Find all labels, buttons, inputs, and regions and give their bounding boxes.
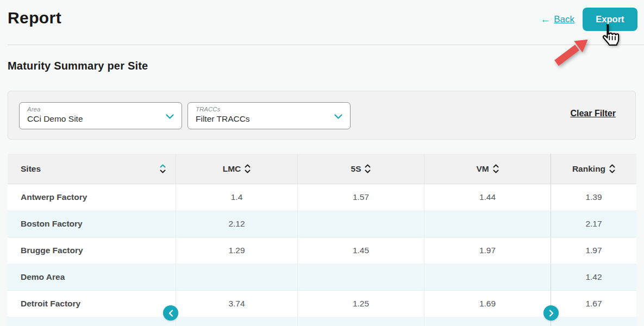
back-arrow-icon: ←: [540, 14, 551, 24]
clear-filter-link[interactable]: Clear Filter: [570, 109, 616, 118]
site-name: Demo Area: [8, 264, 176, 290]
scroll-right-button[interactable]: [543, 305, 559, 321]
cell-value: 1.42: [551, 264, 636, 290]
chevron-down-icon: [334, 114, 342, 119]
chevron-right-icon: [549, 310, 554, 317]
column-header-sites[interactable]: Sites: [8, 154, 176, 184]
table-row: Brugge Factory1.291.451.971.97: [8, 237, 636, 264]
site-name: F: [8, 317, 176, 326]
column-label: Ranking: [572, 164, 605, 174]
cell-value: [424, 317, 551, 326]
site-name: Boston Factory: [8, 211, 176, 237]
cell-value: [551, 317, 636, 326]
traccs-dropdown-value: Filter TRACCs: [196, 114, 342, 124]
chevron-down-icon: [166, 114, 174, 119]
sort-icon: [245, 164, 251, 173]
cell-value: [298, 317, 424, 326]
back-label: Back: [554, 14, 574, 25]
table-header: Sites LMC 5S VM Ranking: [8, 154, 636, 184]
maturity-table: Sites LMC 5S VM Ranking Antwerp Factory1…: [8, 154, 636, 326]
cell-value: 1.4: [176, 184, 298, 210]
column-label: VM: [476, 164, 489, 174]
column-header-5s[interactable]: 5S: [298, 154, 424, 184]
cell-value: 1.25: [298, 291, 424, 317]
table-row: Detroit Factory3.741.251.691.67: [8, 291, 636, 317]
cell-value: 3.74: [176, 291, 298, 317]
table-row: Antwerp Factory1.41.571.441.39: [8, 184, 636, 211]
traccs-dropdown-label: TRACCs: [196, 106, 342, 114]
sort-icon: [493, 164, 499, 173]
column-label: 5S: [351, 164, 361, 174]
area-dropdown-value: CCi Demo Site: [27, 114, 174, 124]
page-title: Report: [8, 9, 61, 27]
table-row: Demo Area1.42: [8, 264, 636, 291]
site-name: Detroit Factory: [8, 291, 176, 317]
site-name: Brugge Factory: [8, 237, 176, 264]
cell-value: 2.17: [551, 211, 636, 237]
section-title: Maturity Summary per Site: [8, 60, 148, 72]
cell-value: 1.97: [424, 237, 551, 264]
column-label: Sites: [21, 164, 41, 174]
chevron-left-icon: [168, 310, 173, 317]
header-actions: ← Back Export: [540, 8, 637, 31]
report-page: Report ← Back Export Maturity Summary pe…: [0, 0, 644, 326]
sort-icon: [365, 164, 371, 173]
cell-value: 1.39: [551, 184, 636, 210]
cell-value: 1.67: [551, 291, 636, 317]
cell-value: 1.45: [298, 237, 424, 264]
column-header-ranking[interactable]: Ranking: [551, 154, 636, 184]
table-row: F: [8, 317, 636, 326]
table-row: Boston Factory2.122.17: [8, 211, 636, 237]
column-header-lmc[interactable]: LMC: [176, 154, 298, 184]
sort-icon: [609, 164, 615, 173]
export-button[interactable]: Export: [583, 8, 637, 31]
cell-value: 1.57: [298, 184, 424, 210]
header-divider: [8, 45, 644, 45]
cell-value: 2.12: [176, 211, 298, 237]
area-dropdown-label: Area: [27, 106, 174, 114]
traccs-dropdown[interactable]: TRACCs Filter TRACCs: [187, 102, 351, 129]
cell-value: 1.69: [424, 291, 551, 317]
cell-value: [424, 264, 551, 290]
cell-value: [298, 211, 424, 237]
column-label: LMC: [223, 164, 241, 174]
cell-value: [424, 211, 551, 237]
cell-value: 1.44: [424, 184, 551, 210]
site-name: Antwerp Factory: [8, 184, 176, 210]
table-body: Antwerp Factory1.41.571.441.39Boston Fac…: [8, 184, 636, 326]
back-link[interactable]: ← Back: [540, 14, 574, 25]
red-arrow-annotation: [545, 27, 604, 71]
cell-value: 1.97: [551, 237, 636, 264]
filter-bar: Area CCi Demo Site TRACCs Filter TRACCs …: [8, 91, 636, 140]
cell-value: [176, 264, 298, 290]
cell-value: [298, 264, 424, 290]
area-dropdown[interactable]: Area CCi Demo Site: [19, 102, 182, 129]
scroll-left-button[interactable]: [163, 305, 178, 321]
column-header-vm[interactable]: VM: [424, 154, 551, 184]
cell-value: 1.29: [176, 237, 298, 264]
sort-icon: [160, 164, 166, 173]
cell-value: [176, 317, 298, 326]
